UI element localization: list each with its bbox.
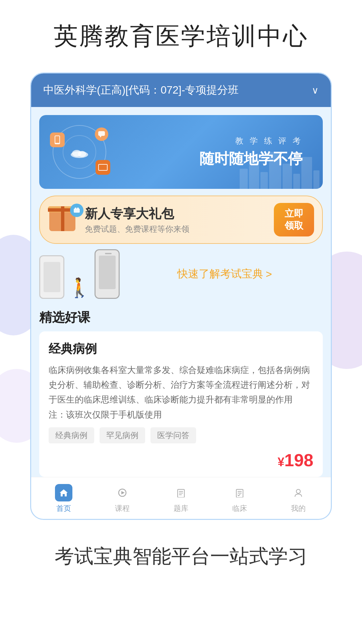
svg-point-2 (78, 151, 86, 157)
nav-item-profile[interactable]: 我的 (282, 484, 315, 514)
phone-card: 中医外科学(正高)[代码：072]-专项提分班 ∨ (30, 72, 332, 520)
gift-claim-button[interactable]: 立即 领取 (274, 203, 314, 236)
nav-label-courses: 课程 (115, 503, 130, 514)
gift-banner[interactable]: 新人专享大礼包 免费试题、免费课程等你来领 立即 领取 (39, 196, 323, 244)
svg-rect-8 (98, 131, 105, 136)
course-selector-header[interactable]: 中医外科学(正高)[代码：072]-专项提分班 ∨ (31, 73, 331, 107)
course-tag-2: 医学问答 (150, 427, 196, 443)
nav-item-courses[interactable]: 课程 (106, 484, 139, 514)
svg-rect-12 (77, 208, 79, 210)
study-guide-link[interactable]: 快速了解考试宝典 > (126, 267, 323, 281)
page-header: 英腾教育医学培训中心 (0, 0, 362, 66)
nav-label-clinical: 临床 (232, 503, 247, 514)
nav-label-profile: 我的 (291, 503, 306, 514)
course-card-description: 临床病例收集各科室大量常多发、综合疑难临床病症，包括各病例病史分析、辅助检查、诊… (49, 363, 313, 422)
svg-point-5 (57, 143, 58, 144)
tablet-icon (96, 160, 110, 175)
study-guide-section: 🚶 快速了解考试宝典 > (39, 249, 323, 299)
city-silhouette (240, 152, 319, 189)
course-price: ¥198 (49, 450, 313, 470)
svg-rect-7 (99, 165, 107, 170)
gift-subtitle: 免费试题、免费课程等你来领 (85, 224, 267, 234)
bottom-navigation: 首页 课程 题库 临床 我的 (31, 477, 331, 519)
gift-floating-icon (70, 204, 83, 217)
gift-btn-line1: 立即 (285, 208, 303, 220)
profile-icon (290, 484, 307, 501)
gift-btn-line2: 领取 (285, 220, 303, 232)
courses-icon (114, 484, 131, 501)
section-title: 精选好课 (39, 309, 323, 326)
phone-mockup-tall (95, 249, 120, 299)
svg-marker-13 (60, 489, 68, 496)
clinical-icon (231, 484, 248, 501)
phone-mockup-small (39, 255, 64, 299)
course-card[interactable]: 经典病例 临床病例收集各科室大量常多发、综合疑难临床病症，包括各病例病史分析、辅… (39, 331, 323, 477)
chat-icon (95, 127, 108, 141)
nav-item-clinical[interactable]: 临床 (223, 484, 256, 514)
svg-rect-10 (74, 209, 80, 213)
svg-marker-9 (100, 136, 102, 138)
banner-circle-inner (63, 135, 96, 169)
gift-title: 新人专享大礼包 (85, 205, 267, 222)
phone-icon (50, 132, 65, 147)
banner-subtitle: 教 学 练 评 考 (235, 136, 303, 146)
banner-circle (53, 125, 106, 179)
cloud-icon (69, 145, 89, 159)
study-guide-text: 快速了解考试宝典 (177, 267, 263, 281)
person-figure: 🚶 (68, 277, 91, 299)
course-tag-1: 罕见病例 (100, 427, 145, 443)
nav-item-questions[interactable]: 题库 (164, 484, 198, 514)
gift-text-area: 新人专享大礼包 免费试题、免费课程等你来领 (85, 205, 267, 234)
nav-label-questions: 题库 (174, 503, 188, 514)
price-symbol: ¥ (278, 455, 284, 469)
arrow-icon: > (266, 268, 272, 280)
footer-title: 考试宝典智能平台一站式学习 (13, 543, 349, 570)
svg-rect-11 (75, 208, 76, 210)
chevron-down-icon: ∨ (312, 85, 319, 96)
gift-icon-area (48, 206, 78, 233)
nav-label-home: 首页 (56, 503, 71, 514)
home-icon (55, 484, 72, 501)
svg-marker-15 (121, 491, 125, 494)
course-tag-0: 经典病例 (49, 427, 94, 443)
svg-rect-4 (55, 136, 59, 143)
questions-icon (172, 484, 190, 501)
phone-mockup-area: 🚶 (39, 249, 120, 299)
main-banner[interactable]: 教 学 练 评 考 随时随地学不停 (39, 115, 323, 189)
course-selector-text: 中医外科学(正高)[代码：072]-专项提分班 (43, 83, 239, 98)
nav-item-home[interactable]: 首页 (47, 484, 80, 514)
course-card-title: 经典病例 (49, 341, 313, 357)
price-value: 198 (284, 450, 313, 470)
page-footer: 考试宝典智能平台一站式学习 (0, 527, 362, 590)
svg-point-23 (296, 489, 300, 493)
course-tags: 经典病例 罕见病例 医学问答 (49, 427, 313, 443)
page-title: 英腾教育医学培训中心 (13, 20, 349, 52)
